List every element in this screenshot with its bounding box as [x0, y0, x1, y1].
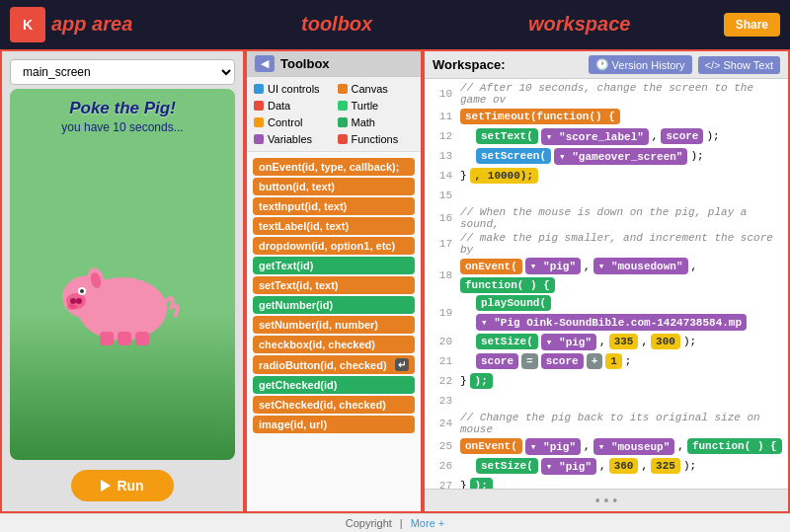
screen-select[interactable]: main_screen [10, 59, 235, 85]
pig-container [58, 134, 187, 460]
show-text-button[interactable]: </> Show Text [698, 56, 780, 74]
cat-variables[interactable]: Variables [251, 131, 334, 147]
app-logo: K [10, 7, 45, 42]
copyright-text: Copyright [346, 517, 392, 529]
code-line-14: 14 } , 10000); [425, 166, 788, 186]
code-line-19: 19 playSound( ▾ "Pig Oink-SoundBible.com… [425, 294, 788, 332]
block-setChecked[interactable]: setChecked(id, checked) [253, 396, 415, 414]
line-num-18: 18 [429, 269, 452, 281]
workspace-title: Workspace: [433, 57, 505, 72]
workspace-label: workspace [528, 13, 630, 36]
share-button[interactable]: Share [724, 13, 780, 37]
phone-frame: Poke the Pig! you have 10 seconds... [10, 89, 235, 460]
code-line-13: 13 setScreen( ▾ "gameover_screen" ); [425, 146, 788, 166]
code-editor[interactable]: 10 // After 10 seconds, change the scree… [425, 79, 788, 489]
run-button[interactable]: Run [71, 470, 173, 501]
code-line-21: 21 score = score + 1 ; [425, 351, 788, 371]
cat-canvas[interactable]: Canvas [335, 81, 418, 97]
svg-rect-11 [135, 332, 149, 345]
line-num-14: 14 [429, 170, 452, 182]
line-num-20: 20 [429, 336, 452, 347]
version-history-button[interactable]: 🕐 Version History [589, 55, 692, 74]
code-line-22: 22 } ); [425, 371, 788, 391]
toolbox-blocks-list: onEvent(id, type, callback); button(id, … [247, 152, 421, 511]
block-onEvent[interactable]: onEvent(id, type, callback); [253, 158, 415, 176]
line-num-21: 21 [429, 355, 452, 367]
toolbox-back-button[interactable]: ◀ [255, 55, 275, 72]
code-line-17: 17 // make the pig smaller, and incremen… [425, 231, 788, 257]
app-area-label: app area [51, 13, 132, 36]
cat-functions[interactable]: Functions [335, 131, 418, 147]
line-num-27: 27 [429, 480, 452, 489]
text-icon: </> [705, 59, 721, 71]
history-icon: 🕐 [595, 58, 609, 71]
code-line-12: 12 setText( ▾ "score_label" , score ); [425, 126, 788, 146]
code-line-10: 10 // After 10 seconds, change the scree… [425, 81, 788, 107]
code-line-25: 25 onEvent( ▾ "pig" , ▾ "mouseup" , func… [425, 436, 788, 456]
cat-math[interactable]: Math [335, 114, 418, 130]
svg-point-4 [76, 298, 82, 304]
svg-point-3 [70, 298, 76, 304]
block-dropdown[interactable]: dropdown(id, option1, etc) [253, 237, 415, 255]
svg-point-12 [67, 304, 77, 310]
code-line-20: 20 setSize( ▾ "pig" , 335 , 300 ); [425, 332, 788, 351]
line-num-13: 13 [429, 150, 452, 162]
block-image[interactable]: image(id, url) [253, 416, 415, 433]
toolbox-header-bar: ◀ Toolbox [247, 51, 421, 77]
block-radioButton[interactable]: radioButton(id, checked) ↵ [253, 355, 415, 374]
block-getNumber[interactable]: getNumber(id) [253, 296, 415, 314]
svg-rect-9 [100, 332, 114, 345]
block-button[interactable]: button(id, text) [253, 178, 415, 195]
game-title: Poke the Pig! [69, 99, 176, 118]
block-checkbox[interactable]: checkbox(id, checked) [253, 336, 415, 353]
code-line-11: 11 setTimeout(function() { [425, 107, 788, 126]
block-getText[interactable]: getText(id) [253, 257, 415, 274]
block-setText[interactable]: setText(id, text) [253, 276, 415, 294]
pig-svg [58, 248, 187, 346]
svg-rect-10 [118, 332, 131, 345]
line-num-11: 11 [429, 111, 452, 122]
more-link[interactable]: More + [411, 517, 445, 529]
code-line-24: 24 // Change the pig back to its origina… [425, 411, 788, 436]
code-line-27: 27 } ); [425, 476, 788, 489]
run-label: Run [117, 478, 143, 494]
cat-control[interactable]: Control [251, 114, 334, 130]
line-num-12: 12 [429, 130, 452, 142]
toolbox-label: toolbox [301, 13, 372, 36]
footer: Copyright | More + [0, 513, 790, 532]
code-line-23: 23 [425, 391, 788, 411]
code-line-16: 16 // When the mouse is down on the pig,… [425, 205, 788, 231]
run-icon [101, 480, 111, 492]
workspace-header-bar: Workspace: 🕐 Version History </> Show Te… [425, 51, 788, 79]
line-num-24: 24 [429, 418, 452, 429]
line-num-16: 16 [429, 212, 452, 224]
line-num-17: 17 [429, 238, 452, 250]
block-setNumber[interactable]: setNumber(id, number) [253, 316, 415, 334]
run-button-area: Run [10, 464, 235, 503]
line-num-23: 23 [429, 395, 452, 407]
line-num-15: 15 [429, 190, 452, 201]
workspace-panel: Workspace: 🕐 Version History </> Show Te… [423, 49, 790, 513]
app-area: main_screen Poke the Pig! you have 10 se… [0, 49, 245, 513]
block-textInput[interactable]: textInput(id, text) [253, 197, 415, 215]
toolbox-categories: UI controls Canvas Data Turtle Control M… [247, 77, 421, 152]
line-num-19: 19 [429, 307, 452, 319]
cat-ui-controls[interactable]: UI controls [251, 81, 334, 97]
line-num-22: 22 [429, 375, 452, 387]
line-num-26: 26 [429, 460, 452, 472]
block-textLabel[interactable]: textLabel(id, text) [253, 217, 415, 235]
code-line-15: 15 [425, 186, 788, 205]
block-getChecked[interactable]: getChecked(id) [253, 376, 415, 394]
toolbox-header-label: Toolbox [280, 56, 330, 71]
svg-point-6 [80, 289, 84, 293]
cat-turtle[interactable]: Turtle [335, 98, 418, 114]
game-subtitle: you have 10 seconds... [61, 120, 183, 134]
code-line-26: 26 setSize( ▾ "pig" , 360 , 325 ); [425, 456, 788, 476]
code-line-18: 18 onEvent( ▾ "pig" , ▾ "mousedown" , fu… [425, 257, 788, 294]
line-num-10: 10 [429, 88, 452, 100]
line-num-25: 25 [429, 440, 452, 452]
cat-data[interactable]: Data [251, 98, 334, 114]
workspace-bottom-bar: • • • [425, 489, 788, 511]
toolbox-panel: ◀ Toolbox UI controls Canvas Data Turtle [245, 49, 423, 513]
